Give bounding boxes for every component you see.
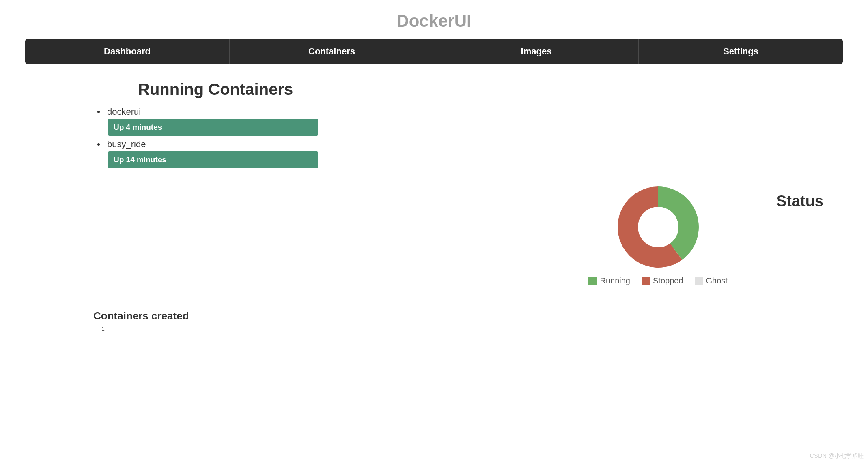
status-donut-wrap: Running Stopped Ghost bbox=[588, 184, 727, 285]
page-title: DockerUI bbox=[0, 0, 868, 39]
containers-created-heading: Containers created bbox=[93, 310, 868, 322]
status-legend: Running Stopped Ghost bbox=[588, 276, 727, 285]
chart-axis-line bbox=[110, 328, 515, 340]
main-nav: Dashboard Containers Images Settings bbox=[25, 39, 843, 64]
nav-dashboard[interactable]: Dashboard bbox=[25, 39, 230, 64]
legend-item-running[interactable]: Running bbox=[588, 276, 630, 285]
legend-label: Stopped bbox=[653, 276, 683, 285]
container-item: dockerui Up 4 minutes bbox=[93, 107, 321, 136]
container-status-badge: Up 4 minutes bbox=[108, 119, 318, 136]
swatch-running bbox=[588, 277, 597, 285]
legend-label: Running bbox=[600, 276, 630, 285]
containers-created-chart: 1 bbox=[110, 328, 868, 344]
y-axis-tick: 1 bbox=[101, 326, 105, 332]
container-status-badge: Up 14 minutes bbox=[108, 151, 318, 168]
nav-containers[interactable]: Containers bbox=[230, 39, 434, 64]
status-donut-chart bbox=[616, 184, 701, 270]
containers-created-section: Containers created 1 bbox=[93, 310, 868, 344]
status-heading: Status bbox=[776, 193, 823, 210]
swatch-stopped bbox=[642, 277, 650, 285]
container-name-row[interactable]: dockerui bbox=[97, 107, 321, 117]
container-name: busy_ride bbox=[107, 139, 146, 150]
main-content: Running Containers dockerui Up 4 minutes… bbox=[0, 64, 868, 344]
nav-images[interactable]: Images bbox=[434, 39, 639, 64]
legend-label: Ghost bbox=[706, 276, 728, 285]
legend-item-stopped[interactable]: Stopped bbox=[642, 276, 683, 285]
swatch-ghost bbox=[695, 277, 703, 285]
container-name-row[interactable]: busy_ride bbox=[97, 139, 321, 150]
container-list: dockerui Up 4 minutes busy_ride Up 14 mi… bbox=[93, 107, 321, 168]
container-item: busy_ride Up 14 minutes bbox=[93, 139, 321, 168]
legend-item-ghost[interactable]: Ghost bbox=[695, 276, 728, 285]
bullet-icon bbox=[97, 143, 100, 146]
container-name: dockerui bbox=[107, 107, 141, 117]
running-containers-section: Running Containers dockerui Up 4 minutes… bbox=[93, 80, 321, 168]
bullet-icon bbox=[97, 111, 100, 113]
status-section: Running Stopped Ghost Status bbox=[0, 184, 868, 285]
nav-settings[interactable]: Settings bbox=[639, 39, 843, 64]
running-containers-heading: Running Containers bbox=[138, 80, 321, 99]
